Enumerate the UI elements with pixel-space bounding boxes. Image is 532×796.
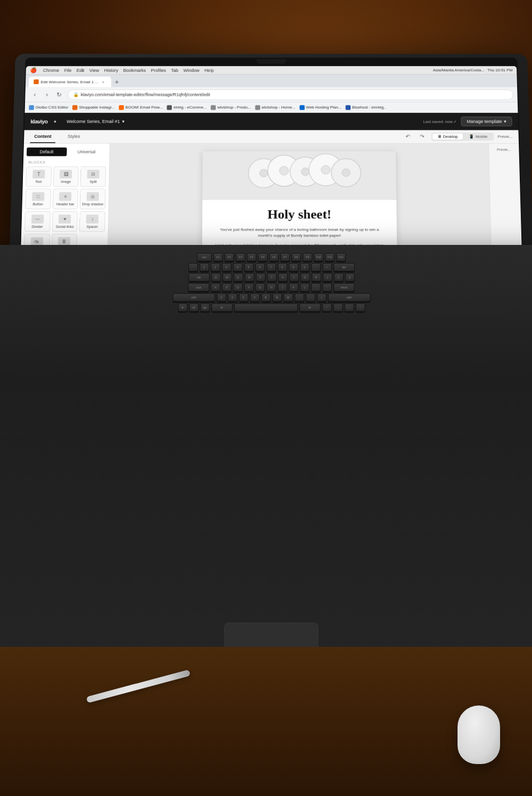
bookmark-boom[interactable]: BOOM! Email Flow... — [119, 105, 163, 110]
left-key[interactable]: ← — [344, 303, 354, 312]
menu-help[interactable]: Help — [204, 68, 214, 72]
nav-icon[interactable]: ● — [54, 119, 56, 124]
option-key[interactable]: opt — [200, 303, 210, 312]
tab-close-button[interactable]: × — [100, 79, 106, 85]
semicolon-key[interactable]: ; — [311, 283, 321, 292]
fn-key[interactable]: fn — [178, 303, 187, 312]
e-key[interactable]: E — [234, 273, 243, 282]
menu-window[interactable]: Window — [184, 68, 200, 72]
6-key[interactable]: 6 — [255, 263, 265, 272]
sidebar-tab-default[interactable]: Default — [27, 147, 66, 156]
v-key[interactable]: V — [250, 293, 260, 302]
4-key[interactable]: 4 — [233, 263, 243, 272]
f7-key[interactable]: F7 — [280, 253, 290, 261]
menu-chrome[interactable]: Chrome — [43, 68, 59, 72]
period-key[interactable]: . — [305, 293, 315, 302]
m-key[interactable]: M — [283, 293, 293, 302]
9-key[interactable]: 9 — [288, 263, 298, 272]
forward-button[interactable]: › — [41, 89, 53, 100]
delete-key[interactable]: del — [333, 263, 354, 272]
f8-key[interactable]: F8 — [292, 253, 301, 261]
c-key[interactable]: C — [239, 293, 248, 302]
url-bar[interactable]: 🔒 klaviyo.com/email-template-editor/flow… — [68, 89, 513, 100]
t-key[interactable]: T — [256, 273, 265, 282]
f1-key[interactable]: F1 — [213, 253, 223, 261]
menu-history[interactable]: History — [104, 68, 119, 72]
f-key[interactable]: F — [244, 283, 254, 292]
o-key[interactable]: O — [300, 273, 310, 282]
f12-key[interactable]: F12 — [336, 253, 346, 261]
menu-bookmarks[interactable]: Bookmarks — [123, 68, 146, 72]
k-key[interactable]: K — [289, 283, 298, 292]
f11-key[interactable]: F11 — [325, 253, 335, 261]
block-button[interactable]: □ Button — [25, 188, 51, 209]
bookmark-hosting[interactable]: Web Hosting Plan... — [300, 105, 342, 110]
p-key[interactable]: P — [311, 273, 321, 282]
n-key[interactable]: N — [272, 293, 281, 302]
bookmark-instagram[interactable]: Shoppable Instagr... — [72, 105, 115, 110]
return-key[interactable]: return — [334, 283, 355, 292]
slash-key[interactable]: / — [317, 293, 326, 302]
f3-key[interactable]: F3 — [236, 253, 245, 261]
0-key[interactable]: 0 — [300, 263, 309, 272]
desktop-view-button[interactable]: 🖥 Desktop — [432, 134, 463, 140]
right-key[interactable]: → — [355, 303, 365, 312]
sidebar-tab-universal[interactable]: Universal — [66, 147, 106, 156]
w-key[interactable]: W — [222, 273, 232, 282]
minus-key[interactable]: - — [311, 263, 320, 272]
menu-view[interactable]: View — [89, 68, 99, 72]
comma-key[interactable]: , — [294, 293, 304, 302]
tab-styles[interactable]: Styles — [63, 130, 84, 143]
mobile-view-button[interactable]: 📱 Mobile — [464, 134, 493, 140]
i-key[interactable]: I — [289, 273, 298, 282]
bookmark-wtvtshop2[interactable]: wtvtshop - Home... — [255, 105, 295, 110]
g-key[interactable]: G — [255, 283, 265, 292]
email-header-image[interactable] — [203, 151, 397, 200]
r-key[interactable]: R — [245, 273, 254, 282]
menu-file[interactable]: File — [64, 68, 72, 72]
f10-key[interactable]: F10 — [314, 253, 323, 261]
5-key[interactable]: 5 — [244, 263, 254, 272]
a-key[interactable]: A — [211, 283, 220, 292]
quote-key[interactable]: ' — [322, 283, 332, 292]
reload-button[interactable]: ↻ — [53, 89, 64, 100]
block-divider[interactable]: — Divider — [24, 211, 51, 232]
7-key[interactable]: 7 — [267, 263, 276, 272]
menu-profiles[interactable]: Profiles — [151, 68, 166, 72]
bookmark-elrktg[interactable]: elrktg - eComme... — [167, 105, 207, 110]
3-key[interactable]: 3 — [222, 263, 231, 272]
control-key[interactable]: ctrl — [189, 303, 198, 312]
f9-key[interactable]: F9 — [303, 253, 312, 261]
lshift-key[interactable]: shift — [172, 293, 215, 302]
8-key[interactable]: 8 — [277, 263, 287, 272]
tab-content[interactable]: Content — [30, 130, 55, 143]
rbracket-key[interactable]: ] — [334, 273, 343, 282]
z-key[interactable]: Z — [217, 293, 226, 302]
2-key[interactable]: 2 — [211, 263, 220, 272]
tab-key[interactable]: tab — [188, 273, 210, 282]
block-drop-shadow[interactable]: ◎ Drop shadow — [80, 188, 105, 209]
f2-key[interactable]: F2 — [225, 253, 234, 261]
up-key[interactable]: ↑ — [322, 303, 331, 312]
rcmd-key[interactable]: ⌘ — [299, 303, 320, 312]
new-tab-button[interactable]: + — [111, 77, 122, 87]
f5-key[interactable]: F5 — [258, 253, 268, 261]
block-spacer[interactable]: ↕ Spacer — [79, 211, 105, 232]
breadcrumb-chevron[interactable]: ▾ — [122, 119, 124, 124]
redo-button[interactable]: ↷ — [417, 132, 427, 142]
f4-key[interactable]: F4 — [247, 253, 256, 261]
h-key[interactable]: H — [267, 283, 276, 292]
menu-tab[interactable]: Tab — [171, 68, 178, 72]
l-key[interactable]: L — [300, 283, 310, 292]
x-key[interactable]: X — [228, 293, 237, 302]
bookmark-css-editor[interactable]: Glolbo CSS Editor — [29, 105, 68, 110]
s-key[interactable]: S — [222, 283, 231, 292]
equals-key[interactable]: = — [322, 263, 331, 272]
manage-template-button[interactable]: Manage template ▾ — [461, 117, 512, 126]
lbracket-key[interactable]: [ — [322, 273, 332, 282]
bookmark-bluehost[interactable]: Bluehost : emrktg.. — [346, 105, 386, 110]
block-text[interactable]: T Text — [26, 166, 52, 186]
apple-menu[interactable]: 🍎 — [30, 67, 37, 73]
undo-button[interactable]: ↶ — [403, 132, 413, 142]
j-key[interactable]: J — [278, 283, 287, 292]
